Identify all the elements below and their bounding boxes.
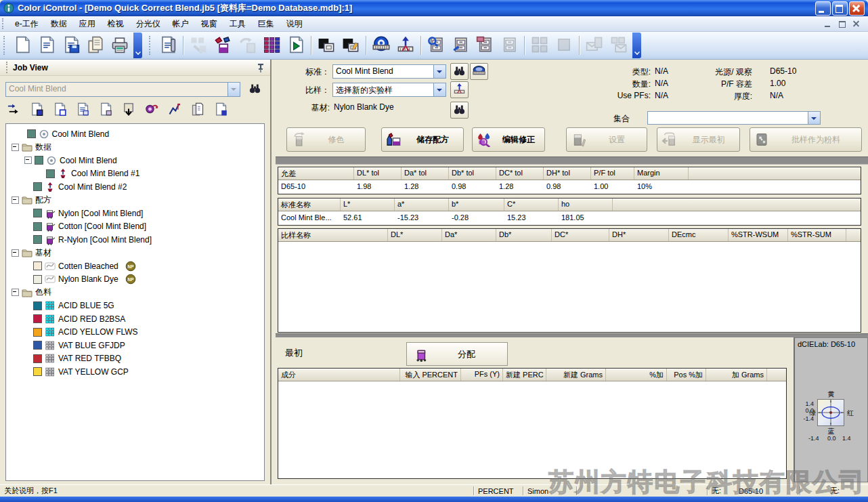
column-header[interactable]: DC* tol xyxy=(496,167,544,180)
menu-item[interactable]: 视窗 xyxy=(195,17,223,31)
column-header[interactable]: DH* xyxy=(609,229,669,241)
measure-up-button[interactable] xyxy=(393,35,418,56)
column-header[interactable]: Db* xyxy=(496,229,552,241)
restore-button[interactable] xyxy=(832,1,848,16)
column-header[interactable]: PFs (Y) xyxy=(461,369,503,381)
edit-correction-button[interactable]: 编辑修正 xyxy=(472,127,545,152)
menu-item[interactable]: 说明 xyxy=(280,17,309,31)
table-row[interactable]: D65-101.981.280.981.280.981.0010% xyxy=(278,180,861,192)
set-combo[interactable] xyxy=(647,111,821,125)
standard-combo[interactable]: Cool Mint Blend xyxy=(332,64,446,79)
tree-item[interactable]: Cool Mint Blend xyxy=(6,127,264,141)
column-header[interactable]: DC* xyxy=(552,229,609,241)
column-header[interactable]: Db* tol xyxy=(449,167,496,180)
menu-item[interactable]: 数据 xyxy=(45,17,73,31)
tree-expander[interactable] xyxy=(12,196,19,204)
tree-item[interactable]: Cool Mint Blend #2 xyxy=(6,180,264,194)
column-header[interactable]: %加 xyxy=(606,369,667,381)
print-button[interactable] xyxy=(108,35,132,56)
tree-item[interactable]: Cool Mint Blend #1 xyxy=(6,167,264,181)
tree-item[interactable]: 配方 xyxy=(6,194,264,207)
trial-swatch-button[interactable] xyxy=(339,35,363,56)
tree-item[interactable]: VAT BLUE GFJDP xyxy=(6,339,264,352)
tree-item[interactable]: ACID YELLOW FLWS xyxy=(6,326,264,339)
new-page-button[interactable] xyxy=(213,102,229,118)
find-trial-button[interactable] xyxy=(450,102,469,119)
copy-formula-button[interactable] xyxy=(74,102,91,118)
db-search-button[interactable] xyxy=(424,35,448,56)
plot-trend-button[interactable] xyxy=(167,102,183,118)
menu-item[interactable]: 检视 xyxy=(102,17,130,31)
copy-standard-button[interactable] xyxy=(28,102,45,118)
column-header[interactable]: a* xyxy=(395,198,449,211)
tree-item[interactable]: Cool Mint Blend xyxy=(6,154,264,167)
column-header[interactable]: 标准名称 xyxy=(278,198,341,211)
trial-combo[interactable]: 选择新的实验样 xyxy=(332,83,446,97)
standard-dropdown-arrow[interactable] xyxy=(433,65,446,78)
tree-item[interactable]: Cotton [Cool Mint Blend] xyxy=(6,220,264,234)
column-header[interactable]: ho xyxy=(559,198,613,211)
column-header[interactable]: DEcmc xyxy=(669,229,729,241)
pin-icon[interactable] xyxy=(255,62,266,73)
column-header[interactable]: 比样名称 xyxy=(278,229,388,241)
tree-expander[interactable] xyxy=(12,144,19,151)
open-document-button[interactable] xyxy=(35,35,59,56)
column-header[interactable]: DL* xyxy=(388,229,442,241)
find-standard-button[interactable] xyxy=(450,63,469,80)
column-header[interactable]: Da* tol xyxy=(402,167,449,180)
mdi-close-button[interactable] xyxy=(851,19,863,29)
toolbar-overflow-chevron[interactable] xyxy=(632,33,641,58)
copy-trial-button[interactable] xyxy=(51,102,68,118)
column-header[interactable]: Pos %加 xyxy=(667,369,706,381)
column-header[interactable]: Da* xyxy=(442,229,496,241)
column-header[interactable]: %STR-SUM xyxy=(788,229,846,241)
mdi-minimize-button[interactable] xyxy=(823,19,834,29)
job-report-button[interactable] xyxy=(156,35,180,56)
find-job-button[interactable] xyxy=(246,82,263,97)
tree-item[interactable]: R-Nylon [Cool Mint Blend] xyxy=(6,233,264,247)
new-document-button[interactable] xyxy=(10,35,35,56)
tree-item[interactable]: 色料 xyxy=(6,286,264,299)
standard-swatch-button[interactable] xyxy=(314,35,339,56)
menu-item[interactable]: e-工作 xyxy=(9,17,45,31)
toolbar-overflow-chevron[interactable] xyxy=(133,33,142,58)
duplicate-page-button[interactable] xyxy=(190,102,206,118)
copy-documents-button[interactable] xyxy=(83,35,108,56)
tree-expander[interactable] xyxy=(24,156,32,164)
dye-pour-button[interactable] xyxy=(211,35,235,56)
tree-item[interactable]: Nylon [Cool Mint Blend] xyxy=(6,207,264,220)
store-formula-button[interactable]: 储存配方 xyxy=(381,127,464,152)
trial-dropdown-arrow[interactable] xyxy=(433,83,446,96)
column-header[interactable]: 允差 xyxy=(278,167,354,180)
colorant-set-button[interactable] xyxy=(259,35,284,56)
tree-item[interactable]: VAT RED TFBBQ xyxy=(6,352,264,366)
copy-substrate-button[interactable] xyxy=(97,102,114,118)
paste-down-button[interactable] xyxy=(121,102,137,118)
measure-trial-button[interactable] xyxy=(450,81,469,98)
close-button[interactable] xyxy=(849,1,865,16)
menu-item[interactable]: 帐户 xyxy=(167,17,195,31)
column-header[interactable]: DH* tol xyxy=(544,167,591,180)
minimize-button[interactable] xyxy=(815,1,831,16)
job-search-dropdown-arrow[interactable] xyxy=(227,83,240,96)
transfer-job-button[interactable] xyxy=(5,102,22,118)
menu-item[interactable]: 巨集 xyxy=(252,17,280,31)
assign-button[interactable]: 分配 xyxy=(406,342,508,366)
import-job-button[interactable] xyxy=(144,102,160,118)
column-header[interactable]: b* xyxy=(449,198,504,211)
db-retrieve-button[interactable] xyxy=(473,35,497,56)
column-header[interactable]: 新建 PERC xyxy=(503,369,546,381)
tree-item[interactable]: 数据 xyxy=(6,141,264,154)
column-header[interactable]: %STR-WSUM xyxy=(729,229,788,241)
column-header[interactable]: DL* tol xyxy=(354,167,402,180)
tree-expander[interactable] xyxy=(12,249,19,257)
set-dropdown-arrow[interactable] xyxy=(808,112,820,124)
column-header[interactable]: P/F tol xyxy=(591,167,634,180)
save-document-button[interactable] xyxy=(59,35,83,56)
column-header[interactable]: Margin xyxy=(634,167,689,180)
tree-item[interactable]: ACID RED B2BSA xyxy=(6,312,264,326)
tree-expander[interactable] xyxy=(12,289,19,296)
column-header[interactable]: C* xyxy=(504,198,559,211)
measure-globe-button[interactable] xyxy=(369,35,393,56)
menu-item[interactable]: 工具 xyxy=(223,17,252,31)
